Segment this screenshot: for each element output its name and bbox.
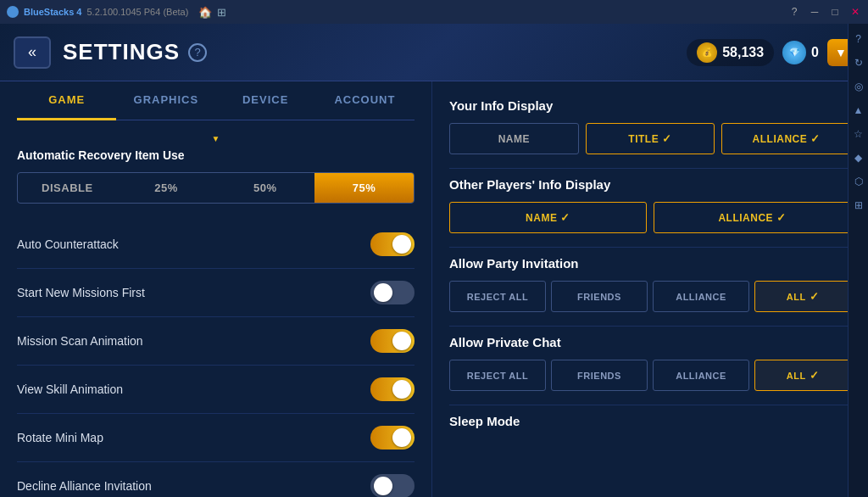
page-title: SETTINGS: [63, 39, 180, 65]
check-icon: ✓: [810, 290, 820, 303]
toggle-knob: [392, 380, 411, 399]
header: « SETTINGS ? 💰 58,133 💎 0 ▼: [0, 24, 868, 81]
back-arrow-icon: «: [28, 43, 36, 61]
your-info-alliance-btn[interactable]: ALLIANCE ✓: [721, 123, 851, 154]
toggle-decline-alliance: Decline Alliance Invitation: [17, 462, 415, 497]
mission-scan-toggle[interactable]: [370, 329, 415, 353]
view-skill-toggle[interactable]: [370, 377, 415, 401]
help-button[interactable]: ?: [788, 6, 800, 18]
other-players-options: NAME ✓ ALLIANCE ✓: [449, 202, 851, 233]
sleep-mode-title: Sleep Mode: [449, 414, 851, 428]
coin-badge: 💰 58,133: [687, 39, 774, 66]
tab-account[interactable]: ACCOUNT: [315, 81, 415, 120]
your-info-title: Your Info Display: [449, 98, 851, 113]
recovery-50-btn[interactable]: 50%: [216, 173, 315, 203]
gem-amount: 0: [811, 45, 819, 60]
gem-icon: 💎: [782, 41, 806, 64]
check-icon: ✓: [560, 211, 570, 224]
coin-icon: 💰: [697, 42, 717, 63]
home-icon[interactable]: 🏠: [198, 6, 212, 19]
your-info-options: NAME TITLE ✓ ALLIANCE ✓: [449, 123, 851, 154]
coin-amount: 58,133: [722, 45, 764, 60]
party-all-btn[interactable]: ALL ✓: [754, 281, 851, 312]
toggle-mission-scan: Mission Scan Animation: [17, 317, 415, 366]
your-info-title-btn[interactable]: TITLE ✓: [586, 123, 715, 154]
toggle-view-skill: View Skill Animation: [17, 366, 415, 414]
start-missions-toggle[interactable]: [370, 281, 415, 304]
toggle-knob: [392, 332, 411, 350]
tabs: GAME GRAPHICS DEVICE ACCOUNT: [17, 81, 415, 120]
private-chat-title: Allow Private Chat: [449, 335, 851, 349]
tab-graphics[interactable]: GRAPHICS: [116, 81, 215, 120]
private-chat-options: REJECT ALL FRIENDS ALLIANCE ALL ✓: [449, 360, 851, 391]
left-panel: GAME GRAPHICS DEVICE ACCOUNT ▼ Automatic…: [0, 81, 432, 497]
rotate-map-toggle[interactable]: [370, 426, 415, 450]
recovery-25-btn[interactable]: 25%: [117, 173, 216, 203]
toggle-knob: [374, 283, 392, 302]
other-players-alliance-btn[interactable]: ALLIANCE ✓: [654, 202, 851, 233]
grid-icon[interactable]: ⊞: [217, 6, 226, 19]
party-friends-btn[interactable]: FRIENDS: [551, 281, 648, 312]
tab-game[interactable]: GAME: [17, 81, 116, 120]
header-right: 💰 58,133 💎 0 ▼: [687, 39, 854, 66]
toggle-knob: [374, 477, 392, 495]
window-controls: ? ─ □ ✕: [788, 6, 861, 18]
sidebar-star-icon[interactable]: ☆: [850, 126, 867, 142]
party-invite-options: REJECT ALL FRIENDS ALLIANCE ALL ✓: [449, 281, 851, 312]
other-players-title: Other Players' Info Display: [449, 177, 851, 192]
back-button[interactable]: «: [14, 36, 51, 69]
toggle-knob: [392, 428, 411, 447]
sidebar-diamond-icon[interactable]: ◆: [850, 149, 867, 166]
chat-alliance-btn[interactable]: ALLIANCE: [653, 360, 749, 391]
gem-badge: 💎 0: [782, 41, 819, 64]
check-icon: ✓: [776, 211, 787, 224]
toggle-rotate-map: Rotate Mini Map: [17, 414, 415, 462]
chat-reject-all-btn[interactable]: REJECT ALL: [449, 360, 546, 391]
recovery-options: DISABLE 25% 50% 75%: [17, 172, 415, 204]
sidebar-target-icon[interactable]: ◎: [850, 78, 867, 95]
active-tab-arrow: ▼: [17, 134, 415, 143]
recovery-disable-btn[interactable]: DISABLE: [18, 173, 117, 203]
other-players-name-btn[interactable]: NAME ✓: [449, 202, 647, 233]
your-info-name-btn[interactable]: NAME: [449, 123, 579, 154]
settings-help-button[interactable]: ?: [188, 43, 207, 62]
party-alliance-btn[interactable]: ALLIANCE: [653, 281, 749, 312]
check-icon: ✓: [810, 369, 820, 382]
title-bar-left: BlueStacks 4 5.2.100.1045 P64 (Beta) 🏠 ⊞: [7, 6, 226, 19]
bluestacks-logo: [7, 6, 19, 18]
party-reject-all-btn[interactable]: REJECT ALL: [449, 281, 546, 312]
right-sidebar: ? ↻ ◎ ▲ ☆ ◆ ⬡ ⊞: [848, 24, 868, 497]
sidebar-up-icon[interactable]: ▲: [850, 102, 867, 119]
toggle-auto-counterattack: Auto Counterattack: [17, 221, 415, 269]
recovery-75-btn[interactable]: 75%: [314, 173, 414, 203]
divider: [449, 168, 851, 169]
decline-alliance-toggle[interactable]: [370, 474, 415, 497]
restore-button[interactable]: □: [829, 6, 841, 18]
check-icon: ✓: [662, 132, 672, 145]
toggle-start-missions: Start New Missions First: [17, 269, 415, 317]
divider: [449, 326, 851, 327]
app-name: BlueStacks 4: [24, 7, 81, 17]
sidebar-grid-icon[interactable]: ⊞: [850, 197, 867, 214]
sidebar-refresh-icon[interactable]: ↻: [850, 54, 867, 71]
divider: [449, 247, 851, 248]
party-invite-title: Allow Party Invitation: [449, 256, 851, 271]
sidebar-help-icon[interactable]: ?: [850, 31, 867, 47]
check-icon: ✓: [810, 132, 821, 145]
main-content: GAME GRAPHICS DEVICE ACCOUNT ▼ Automatic…: [0, 81, 868, 497]
close-button[interactable]: ✕: [849, 6, 861, 18]
app-version: 5.2.100.1045 P64 (Beta): [86, 7, 188, 17]
toggle-knob: [392, 235, 411, 254]
recovery-section-title: Automatic Recovery Item Use: [17, 148, 415, 162]
right-panel: Your Info Display NAME TITLE ✓ ALLIANCE …: [432, 81, 868, 497]
tab-device[interactable]: DEVICE: [216, 81, 315, 120]
sidebar-hex-icon[interactable]: ⬡: [850, 173, 867, 190]
auto-counterattack-toggle[interactable]: [370, 232, 415, 256]
chat-all-btn[interactable]: ALL ✓: [754, 360, 851, 391]
title-bar: BlueStacks 4 5.2.100.1045 P64 (Beta) 🏠 ⊞…: [0, 0, 868, 24]
chat-friends-btn[interactable]: FRIENDS: [551, 360, 648, 391]
minimize-button[interactable]: ─: [809, 6, 821, 18]
divider: [449, 405, 851, 405]
